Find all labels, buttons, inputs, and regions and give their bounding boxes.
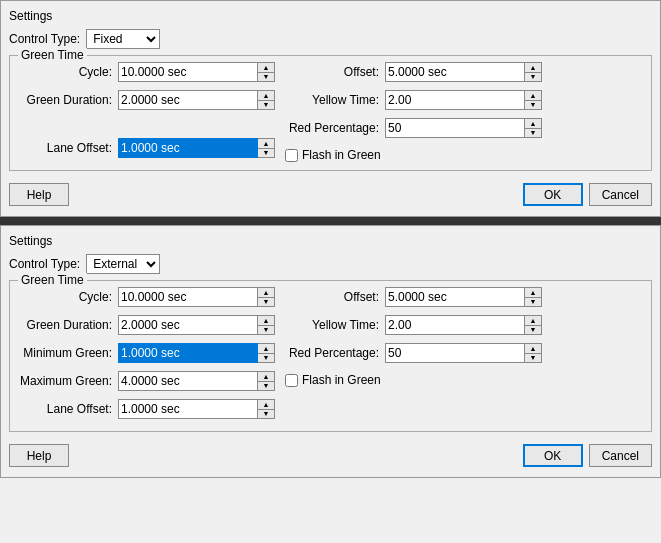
- cycle-up-1[interactable]: ▲: [258, 63, 274, 72]
- lane-offset-label-1: Lane Offset:: [18, 141, 118, 155]
- offset-btns-2: ▲ ▼: [525, 287, 542, 307]
- offset-row-1: Offset: ▲ ▼: [285, 62, 542, 82]
- yellow-time-up-1[interactable]: ▲: [525, 91, 541, 100]
- cancel-button-2[interactable]: Cancel: [589, 444, 652, 467]
- lane-offset-down-1[interactable]: ▼: [258, 148, 274, 157]
- red-percentage-down-2[interactable]: ▼: [525, 353, 541, 362]
- green-time-group-2: Green Time Cycle: ▲ ▼ Green Durat: [9, 280, 652, 432]
- yellow-time-input-2[interactable]: [385, 315, 525, 335]
- lane-offset-spinner-2: ▲ ▼: [118, 399, 275, 419]
- yellow-time-row-1: Yellow Time: ▲ ▼: [285, 90, 542, 110]
- two-col-2: Cycle: ▲ ▼ Green Duration:: [18, 287, 643, 423]
- red-percentage-down-1[interactable]: ▼: [525, 128, 541, 137]
- red-percentage-label-2: Red Percentage:: [285, 346, 385, 360]
- yellow-time-btns-1: ▲ ▼: [525, 90, 542, 110]
- green-time-title-1: Green Time: [18, 48, 87, 62]
- minimum-green-down-2[interactable]: ▼: [258, 353, 274, 362]
- panel1: Settings Control Type: Fixed External Ac…: [0, 0, 661, 217]
- green-duration-down-2[interactable]: ▼: [258, 325, 274, 334]
- minimum-green-up-2[interactable]: ▲: [258, 344, 274, 353]
- green-duration-input-1[interactable]: [118, 90, 258, 110]
- cycle-spinner-btns-2: ▲ ▼: [258, 287, 275, 307]
- green-duration-input-2[interactable]: [118, 315, 258, 335]
- green-duration-down-1[interactable]: ▼: [258, 100, 274, 109]
- control-type-label-2: Control Type:: [9, 257, 80, 271]
- yellow-time-down-2[interactable]: ▼: [525, 325, 541, 334]
- yellow-time-input-1[interactable]: [385, 90, 525, 110]
- panel2: Settings Control Type: Fixed External Ac…: [0, 225, 661, 478]
- lane-offset-spinner-1: ▲ ▼: [118, 138, 275, 158]
- green-duration-up-1[interactable]: ▲: [258, 91, 274, 100]
- maximum-green-down-2[interactable]: ▼: [258, 381, 274, 390]
- offset-spinner-1: ▲ ▼: [385, 62, 542, 82]
- flash-in-green-row-1: Flash in Green: [285, 148, 542, 162]
- offset-down-1[interactable]: ▼: [525, 72, 541, 81]
- cycle-row-2: Cycle: ▲ ▼: [18, 287, 275, 307]
- offset-up-2[interactable]: ▲: [525, 288, 541, 297]
- yellow-time-spinner-2: ▲ ▼: [385, 315, 542, 335]
- col-left-1: Cycle: ▲ ▼ Green Duration:: [18, 62, 275, 162]
- flash-in-green-row-2: Flash in Green: [285, 373, 542, 387]
- red-percentage-btns-1: ▲ ▼: [525, 118, 542, 138]
- cycle-up-2[interactable]: ▲: [258, 288, 274, 297]
- green-duration-up-2[interactable]: ▲: [258, 316, 274, 325]
- cycle-down-2[interactable]: ▼: [258, 297, 274, 306]
- maximum-green-spinner-2: ▲ ▼: [118, 371, 275, 391]
- red-percentage-spinner-2: ▲ ▼: [385, 343, 542, 363]
- lane-offset-btns-1: ▲ ▼: [258, 138, 275, 158]
- maximum-green-up-2[interactable]: ▲: [258, 372, 274, 381]
- offset-up-1[interactable]: ▲: [525, 63, 541, 72]
- red-percentage-btns-2: ▲ ▼: [525, 343, 542, 363]
- cycle-input-2[interactable]: [118, 287, 258, 307]
- flash-in-green-label-2: Flash in Green: [302, 373, 381, 387]
- col-left-2: Cycle: ▲ ▼ Green Duration:: [18, 287, 275, 423]
- minimum-green-input-2[interactable]: [118, 343, 258, 363]
- cycle-label-1: Cycle:: [18, 65, 118, 79]
- yellow-time-row-2: Yellow Time: ▲ ▼: [285, 315, 542, 335]
- red-percentage-row-2: Red Percentage: ▲ ▼: [285, 343, 542, 363]
- maximum-green-input-2[interactable]: [118, 371, 258, 391]
- col-right-1: Offset: ▲ ▼ Yellow Time:: [285, 62, 542, 162]
- flash-in-green-checkbox-2[interactable]: [285, 374, 298, 387]
- ok-button-1[interactable]: OK: [523, 183, 583, 206]
- lane-offset-up-2[interactable]: ▲: [258, 400, 274, 409]
- cycle-input-1[interactable]: [118, 62, 258, 82]
- panel2-title: Settings: [9, 234, 652, 248]
- lane-offset-input-1[interactable]: [118, 138, 258, 158]
- offset-spinner-2: ▲ ▼: [385, 287, 542, 307]
- red-percentage-up-2[interactable]: ▲: [525, 344, 541, 353]
- cycle-spinner-2: ▲ ▼: [118, 287, 275, 307]
- lane-offset-up-1[interactable]: ▲: [258, 139, 274, 148]
- two-col-1: Cycle: ▲ ▼ Green Duration:: [18, 62, 643, 162]
- lane-offset-down-2[interactable]: ▼: [258, 409, 274, 418]
- btn-group-right-1: OK Cancel: [523, 183, 652, 206]
- lane-offset-label-2: Lane Offset:: [18, 402, 118, 416]
- yellow-time-down-1[interactable]: ▼: [525, 100, 541, 109]
- yellow-time-up-2[interactable]: ▲: [525, 316, 541, 325]
- yellow-time-label-2: Yellow Time:: [285, 318, 385, 332]
- green-duration-btns-2: ▲ ▼: [258, 315, 275, 335]
- control-type-select-2[interactable]: Fixed External Actuated: [86, 254, 160, 274]
- cycle-down-1[interactable]: ▼: [258, 72, 274, 81]
- help-button-2[interactable]: Help: [9, 444, 69, 467]
- ok-button-2[interactable]: OK: [523, 444, 583, 467]
- maximum-green-row-2: Maximum Green: ▲ ▼: [18, 371, 275, 391]
- offset-row-2: Offset: ▲ ▼: [285, 287, 542, 307]
- green-duration-label-2: Green Duration:: [18, 318, 118, 332]
- lane-offset-input-2[interactable]: [118, 399, 258, 419]
- lane-offset-btns-2: ▲ ▼: [258, 399, 275, 419]
- offset-input-1[interactable]: [385, 62, 525, 82]
- cancel-button-1[interactable]: Cancel: [589, 183, 652, 206]
- offset-input-2[interactable]: [385, 287, 525, 307]
- green-duration-row-1: Green Duration: ▲ ▼: [18, 90, 275, 110]
- flash-in-green-label-1: Flash in Green: [302, 148, 381, 162]
- red-percentage-input-1[interactable]: [385, 118, 525, 138]
- flash-in-green-checkbox-1[interactable]: [285, 149, 298, 162]
- red-percentage-input-2[interactable]: [385, 343, 525, 363]
- help-button-1[interactable]: Help: [9, 183, 69, 206]
- offset-down-2[interactable]: ▼: [525, 297, 541, 306]
- control-type-select-1[interactable]: Fixed External Actuated: [86, 29, 160, 49]
- red-percentage-up-1[interactable]: ▲: [525, 119, 541, 128]
- divider: [0, 217, 661, 225]
- maximum-green-btns-2: ▲ ▼: [258, 371, 275, 391]
